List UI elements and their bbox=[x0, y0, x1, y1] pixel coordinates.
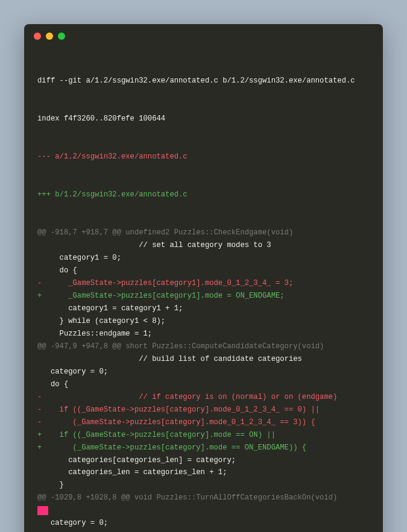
diff-line-context: category = 0; bbox=[37, 366, 370, 378]
diff-line-context: do { bbox=[37, 264, 370, 277]
minimize-icon[interactable] bbox=[46, 33, 53, 40]
diff-line-context: } while (category1 < 8); bbox=[37, 315, 370, 328]
diff-line-added: + (_GameState->puzzles[category].mode ==… bbox=[37, 442, 370, 454]
diff-content: diff --git a/1.2/ssgwin32.exe/annotated.… bbox=[24, 45, 383, 532]
terminal-window: diff --git a/1.2/ssgwin32.exe/annotated.… bbox=[24, 24, 383, 532]
diff-file-a: --- a/1.2/ssgwin32.exe/annotated.c bbox=[37, 151, 370, 163]
diff-line-highlight bbox=[37, 504, 370, 517]
close-icon[interactable] bbox=[34, 33, 41, 40]
diff-line-removed: - // if category is on (normal) or on (e… bbox=[37, 391, 370, 404]
diff-header: diff --git a/1.2/ssgwin32.exe/annotated.… bbox=[37, 75, 370, 87]
diff-line-removed: - _GameState->puzzles[category1].mode_0_… bbox=[37, 277, 370, 290]
titlebar bbox=[24, 24, 383, 45]
diff-line-removed: - (_GameState->puzzles[category].mode_0_… bbox=[37, 416, 370, 429]
diff-line-context: categories[categories_len] = category; bbox=[37, 454, 370, 467]
diff-line-context: category1 = category1 + 1; bbox=[37, 302, 370, 315]
diff-line-context: categories_len = categories_len + 1; bbox=[37, 466, 370, 479]
diff-line-context: category1 = 0; bbox=[37, 252, 370, 264]
diff-line-context: do { bbox=[37, 378, 370, 391]
maximize-icon[interactable] bbox=[58, 33, 65, 40]
diff-index: index f4f3260..820fefe 100644 bbox=[37, 113, 370, 125]
diff-line-context: category = 0; bbox=[37, 517, 370, 530]
diff-line-removed: - if ((_GameState->puzzles[category].mod… bbox=[37, 404, 370, 416]
diff-line-context: do { bbox=[37, 530, 370, 532]
diff-file-b: +++ b/1.2/ssgwin32.exe/annotated.c bbox=[37, 189, 370, 201]
diff-line-context: // set all category modes to 3 bbox=[37, 239, 370, 252]
diff-line-added: + if ((_GameState->puzzles[category].mod… bbox=[37, 429, 370, 442]
diff-line-added: + _GameState->puzzles[category1].mode = … bbox=[37, 290, 370, 302]
hunk-header: @@ -947,9 +947,8 @@ short Puzzles::Compu… bbox=[37, 340, 370, 353]
hunk-header: @@ -918,7 +918,7 @@ undefined2 Puzzles::… bbox=[37, 227, 370, 239]
hunk-header: @@ -1029,8 +1028,8 @@ void Puzzles::Turn… bbox=[37, 492, 370, 504]
diff-line-context: // build list of candidate categories bbox=[37, 353, 370, 366]
trailing-whitespace-marker bbox=[37, 506, 48, 515]
diff-line-context: Puzzles::endgame = 1; bbox=[37, 328, 370, 340]
diff-line-context: } bbox=[37, 479, 370, 492]
